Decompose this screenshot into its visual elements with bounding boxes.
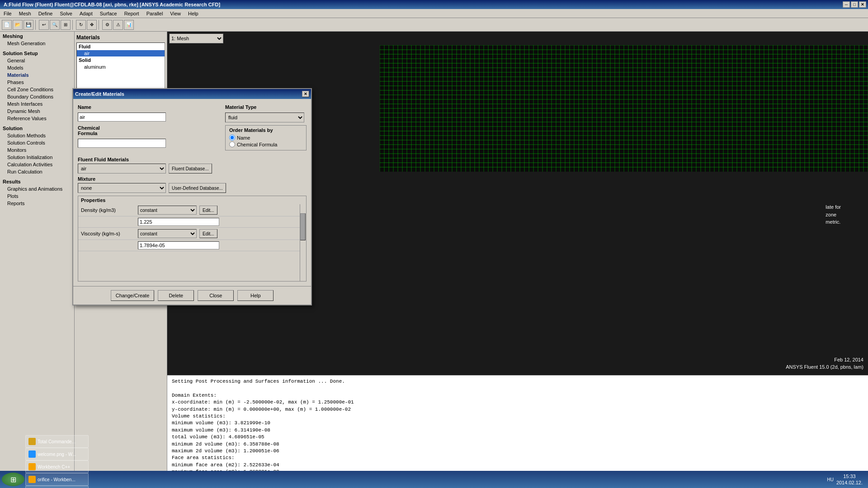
menu-help[interactable]: Help: [186, 10, 200, 17]
nav-plots[interactable]: Plots: [0, 192, 74, 200]
mesh-dropdown[interactable]: 1: Mesh: [169, 33, 223, 43]
change-create-button[interactable]: Change/Create: [111, 290, 155, 301]
order-title: Order Materials by: [229, 127, 302, 133]
order-chemical-radio[interactable]: [229, 141, 235, 147]
console-line: minimum 2d volume (m3): 6.358788e-08: [172, 441, 863, 448]
properties-section: Properties Density (kg/m3) constant idea…: [78, 196, 307, 282]
viscosity-value-input[interactable]: [138, 241, 219, 249]
nav-mesh-generation[interactable]: Mesh Generation: [0, 40, 74, 47]
name-input[interactable]: [78, 113, 166, 122]
taskbar-item[interactable]: orifice - Workben...: [25, 473, 89, 486]
nav-init[interactable]: Solution Initialization: [0, 154, 74, 161]
console-line: Volume statistics:: [172, 413, 863, 420]
nav-models[interactable]: Models: [0, 64, 74, 71]
nav-reports[interactable]: Reports: [0, 200, 74, 207]
nav-dynamic-mesh[interactable]: Dynamic Mesh: [0, 108, 74, 115]
density-method-select[interactable]: constant ideal-gas: [138, 206, 197, 215]
properties-scroll[interactable]: Density (kg/m3) constant ideal-gas Edit.…: [78, 204, 306, 281]
tb-save[interactable]: 💾: [24, 20, 33, 30]
nav-solution-methods[interactable]: Solution Methods: [0, 132, 74, 139]
nav-general[interactable]: General: [0, 57, 74, 64]
console-line: Domain Extents:: [172, 392, 863, 399]
minimize-button[interactable]: ─: [843, 1, 850, 8]
mat-item-aluminum[interactable]: aluminum: [77, 64, 165, 70]
taskbar-item-icon: [28, 450, 36, 458]
taskbar-tray: HU 15:33 2014.02.12.: [823, 473, 866, 486]
partial-text-line3: metric.: [826, 218, 841, 226]
viscosity-row: Viscosity (kg/m-s) constant sutherland E…: [78, 228, 306, 240]
menu-adapt[interactable]: Adapt: [78, 10, 94, 17]
taskbar-item[interactable]: Workbench C++: [25, 460, 89, 473]
menu-bar: FileMeshDefineSolveAdaptSurfaceReportPar…: [0, 9, 868, 18]
help-button[interactable]: Help: [237, 290, 274, 301]
viscosity-edit-button[interactable]: Edit...: [199, 229, 217, 238]
material-type-row: Material Type: [225, 103, 307, 110]
section-meshing: Meshing: [0, 32, 74, 40]
dialog-close-button[interactable]: ✕: [302, 91, 309, 97]
fluent-database-button[interactable]: Fluent Database...: [169, 164, 212, 174]
tb-settings[interactable]: ⚙: [102, 20, 112, 30]
taskbar-item[interactable]: welcome.png - W...: [25, 448, 89, 460]
tb-zoom[interactable]: 🔍: [50, 20, 60, 30]
mixture-row: none User-Defined Database...: [78, 183, 307, 193]
properties-scrollbar[interactable]: [300, 204, 306, 281]
materials-title: Materials: [76, 33, 165, 42]
density-value-input[interactable]: [138, 218, 219, 226]
chemical-formula-input[interactable]: [78, 139, 166, 148]
nav-graphics[interactable]: Graphics and Animations: [0, 185, 74, 192]
tb-fit[interactable]: ⊞: [61, 20, 71, 30]
close-window-button[interactable]: ✕: [859, 1, 866, 8]
nav-run-calc[interactable]: Run Calculation: [0, 168, 74, 175]
menu-report[interactable]: Report: [123, 10, 141, 17]
nav-calc-activities[interactable]: Calculation Activities: [0, 161, 74, 168]
density-edit-button[interactable]: Edit...: [199, 206, 217, 215]
tb-new[interactable]: 📄: [2, 20, 12, 30]
menu-surface[interactable]: Surface: [98, 10, 119, 17]
tb-open[interactable]: 📂: [13, 20, 23, 30]
menu-parallel[interactable]: Parallel: [145, 10, 165, 17]
menu-solve[interactable]: Solve: [58, 10, 74, 17]
nav-monitors[interactable]: Monitors: [0, 146, 74, 154]
menu-define[interactable]: Define: [37, 10, 55, 17]
tb-warning[interactable]: ⚠: [113, 20, 123, 30]
tb-rotate[interactable]: ↻: [76, 20, 86, 30]
user-defined-database-button[interactable]: User-Defined Database...: [169, 183, 226, 193]
nav-mesh-interfaces[interactable]: Mesh Interfaces: [0, 100, 74, 108]
material-type-label: Material Type: [225, 103, 266, 110]
taskbar-item-label: Workbench C++: [38, 465, 70, 469]
tb-undo[interactable]: ↩: [39, 20, 49, 30]
name-label: Name: [78, 103, 118, 110]
menu-view[interactable]: View: [168, 10, 183, 17]
nav-reference[interactable]: Reference Values: [0, 115, 74, 122]
tb-chart[interactable]: 📊: [124, 20, 134, 30]
maximize-button[interactable]: □: [851, 1, 858, 8]
mixture-select[interactable]: none: [78, 183, 166, 193]
nav-phases[interactable]: Phases: [0, 79, 74, 86]
fluent-materials-row: air Fluent Database...: [78, 164, 307, 174]
nav-solution-controls[interactable]: Solution Controls: [0, 139, 74, 146]
fluent-fluid-select[interactable]: air: [78, 164, 166, 174]
info-text: Feb 12, 2014 ANSYS Fluent 15.0 (2d, pbns…: [786, 357, 863, 371]
info-date: Feb 12, 2014: [786, 357, 863, 363]
nav-cell-zones[interactable]: Cell Zone Conditions: [0, 86, 74, 93]
name-row: Name: [78, 103, 221, 110]
order-name-radio[interactable]: [229, 135, 235, 141]
tb-pan[interactable]: ✥: [87, 20, 97, 30]
mixture-label: Mixture: [78, 176, 307, 182]
properties-scroll-thumb[interactable]: [300, 213, 306, 240]
material-type-select[interactable]: fluid solid mixture: [225, 113, 304, 122]
taskbar-item[interactable]: Modells_turb.png...: [25, 486, 89, 488]
taskbar-item[interactable]: Total Commande...: [25, 435, 89, 448]
nav-materials[interactable]: Materials: [0, 71, 74, 79]
delete-button[interactable]: Delete: [158, 290, 194, 301]
mat-item-air[interactable]: air: [77, 50, 165, 56]
fluent-fluid-label: Fluent Fluid Materials: [78, 157, 307, 162]
menu-file[interactable]: File: [2, 10, 14, 17]
start-button[interactable]: ⊞: [2, 473, 24, 486]
mesh-canvas: [380, 45, 868, 172]
close-button[interactable]: Close: [198, 290, 234, 301]
viscosity-method-select[interactable]: constant sutherland: [138, 229, 197, 238]
menu-mesh[interactable]: Mesh: [17, 10, 33, 17]
left-panel: Meshing Mesh Generation Solution Setup G…: [0, 32, 75, 488]
nav-boundary[interactable]: Boundary Conditions: [0, 93, 74, 100]
